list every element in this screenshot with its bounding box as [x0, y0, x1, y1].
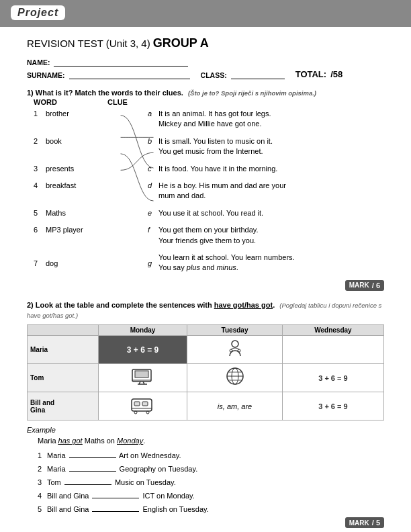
- cell-tom-wednesday: 3 + 6 = 9: [282, 364, 383, 392]
- match-row-3: 3 presents c It is food. You have it in …: [34, 164, 384, 174]
- match-clue-letter-c: c: [148, 164, 158, 173]
- col-header-monday: Monday: [98, 325, 187, 336]
- mark-badge-section1: MARK / 6: [345, 280, 384, 291]
- section1-header: 1) What is it? Match the words to their …: [27, 89, 384, 97]
- match-clue-text-f: You get them on your birthday.Your frien…: [158, 225, 384, 246]
- sentence-item-3: 3 Tom Music on Tuesday.: [38, 476, 384, 486]
- table-row-maria: Maria 3 + 6 = 9: [28, 336, 384, 364]
- col-header-wednesday: Wednesday: [282, 325, 383, 336]
- cell-tom-tuesday: [187, 364, 283, 392]
- revision-label: REVISION TEST (Unit 3, 4): [27, 38, 153, 49]
- col-word-label: WORD: [34, 98, 107, 106]
- table-row-tom: Tom: [28, 364, 384, 392]
- match-word-4: breakfast: [46, 181, 107, 189]
- surname-line: SURNAME: CLASS: TOTAL: /58: [27, 69, 384, 79]
- surname-label: SURNAME:: [27, 71, 65, 79]
- page-content: REVISION TEST (Unit 3, 4) GROUP A NAME: …: [0, 27, 411, 532]
- section2-header: 2) Look at the table and complete the se…: [27, 300, 384, 321]
- match-num-3: 3: [34, 164, 46, 173]
- schedule-table: Monday Tuesday Wednesday Maria 3 + 6 = 9: [27, 324, 384, 420]
- example-label: Example: [27, 426, 384, 434]
- page-header: Project: [0, 0, 411, 27]
- name-underline[interactable]: [54, 57, 188, 66]
- match-word-5: Maths: [46, 208, 107, 217]
- svg-rect-16: [142, 402, 148, 406]
- surname-underline[interactable]: [69, 70, 190, 79]
- fields-section: NAME: SURNAME: CLASS: TOTAL: /58: [27, 57, 384, 82]
- mark-badge-section2: MARK / 5: [345, 517, 384, 528]
- class-underline[interactable]: [231, 70, 285, 79]
- col-header-tuesday: Tuesday: [187, 325, 283, 336]
- page-title: REVISION TEST (Unit 3, 4) GROUP A: [27, 36, 384, 50]
- match-clue-text-d: He is a boy. His mum and dad are yourmum…: [158, 181, 384, 202]
- cell-maria-monday: 3 + 6 = 9: [98, 336, 187, 364]
- match-num-1: 1: [34, 109, 46, 118]
- group-label: GROUP A: [153, 36, 209, 50]
- match-num-6: 6: [34, 225, 46, 234]
- match-clue-text-b: It is small. You listen to music on it.Y…: [158, 136, 384, 157]
- class-label: CLASS:: [201, 71, 227, 79]
- match-num-4: 4: [34, 181, 46, 189]
- example-sentence: Maria has got Maths on Monday.: [38, 437, 384, 445]
- blank-1[interactable]: [69, 449, 116, 458]
- col-clue-label: CLUE: [107, 98, 128, 106]
- table-row-bill-gina: Bill andGina is, am, are 3 + 6 = 9: [28, 392, 384, 420]
- match-clue-letter-f: f: [148, 225, 158, 234]
- cell-billgina-monday: [98, 392, 187, 420]
- name-label: NAME:: [27, 58, 50, 66]
- match-row-4: 4 breakfast d He is a boy. His mum and d…: [34, 181, 384, 202]
- sentences-list: 1 Maria Art on Wednesday. 2 Maria Geogra…: [38, 449, 384, 513]
- cell-maria-wednesday: [282, 336, 383, 364]
- total-box: TOTAL: /58: [295, 69, 343, 79]
- cell-tom-monday: [98, 364, 187, 392]
- sentence-item-1: 1 Maria Art on Wednesday.: [38, 449, 384, 459]
- match-clue-text-c: It is food. You have it in the morning.: [158, 164, 384, 174]
- match-clue-letter-g: g: [148, 259, 158, 267]
- match-word-1: brother: [46, 109, 107, 118]
- match-clue-letter-d: d: [148, 181, 158, 189]
- match-clue-letter-b: b: [148, 136, 158, 145]
- project-badge: Project: [11, 5, 65, 20]
- svg-rect-15: [134, 402, 140, 406]
- table-header-row: Monday Tuesday Wednesday: [28, 325, 384, 336]
- total-value: /58: [330, 69, 342, 79]
- match-row-6: 6 MP3 player f You get them on your birt…: [34, 225, 384, 246]
- match-num-7: 7: [34, 259, 46, 267]
- match-container: 1 brother a It is an animal. It has got …: [27, 109, 384, 273]
- match-row-7: 7 dog g You learn it at school. You lear…: [34, 253, 384, 273]
- match-word-6: MP3 player: [46, 225, 107, 234]
- sentence-item-4: 4 Bill and Gina ICT on Monday.: [38, 489, 384, 500]
- blank-2[interactable]: [69, 462, 116, 472]
- cell-tom-name: Tom: [28, 364, 99, 392]
- svg-point-1: [230, 349, 232, 352]
- section1-subtext: (Što je to? Spoji riječi s njihovim opis…: [188, 89, 316, 97]
- match-word-3: presents: [46, 164, 107, 173]
- col-header-empty: [28, 325, 99, 336]
- cell-billgina-name: Bill andGina: [28, 392, 99, 420]
- sentence-item-5: 5 Bill and Gina English on Tuesday.: [38, 502, 384, 513]
- columns-header: WORD CLUE: [27, 98, 384, 106]
- match-num-2: 2: [34, 136, 46, 145]
- cell-billgina-tuesday: is, am, are: [187, 392, 283, 420]
- match-clue-text-a: It is an animal. It has got four legs.Mi…: [158, 109, 384, 130]
- match-clue-letter-a: a: [148, 109, 158, 118]
- cell-maria-name: Maria: [28, 336, 99, 364]
- blank-5[interactable]: [92, 502, 139, 512]
- match-clue-text-e: You use it at school. You read it.: [158, 208, 384, 218]
- name-line: NAME:: [27, 57, 384, 66]
- cell-maria-tuesday: [187, 336, 283, 364]
- mark-row-section1: MARK / 6: [27, 280, 384, 291]
- match-clue-letter-e: e: [148, 208, 158, 217]
- match-word-2: book: [46, 136, 107, 145]
- match-word-7: dog: [46, 259, 107, 267]
- blank-4[interactable]: [92, 489, 139, 498]
- match-row-1: 1 brother a It is an animal. It has got …: [34, 109, 384, 130]
- sentence-item-2: 2 Maria Geography on Tuesday.: [38, 462, 384, 473]
- svg-rect-5: [135, 371, 148, 378]
- cell-billgina-wednesday: 3 + 6 = 9: [282, 392, 383, 420]
- match-row-5: 5 Maths e You use it at school. You read…: [34, 208, 384, 218]
- blank-3[interactable]: [64, 476, 111, 485]
- match-num-5: 5: [34, 208, 46, 217]
- svg-point-0: [232, 341, 238, 347]
- mark-row-section2: MARK / 5: [27, 517, 384, 528]
